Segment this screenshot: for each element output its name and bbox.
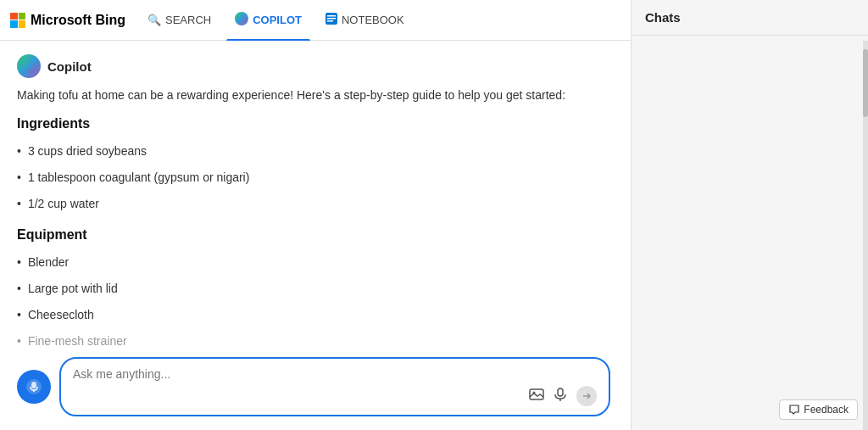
equipment-heading: Equipment (17, 227, 610, 243)
ingredients-heading: Ingredients (17, 116, 610, 131)
input-box[interactable] (59, 357, 610, 416)
svg-rect-12 (530, 389, 543, 399)
chat-input[interactable] (73, 367, 597, 381)
send-button[interactable] (576, 386, 597, 406)
svg-point-8 (21, 59, 36, 74)
list-item: Large pot with lid (17, 276, 610, 302)
feedback-icon (788, 404, 800, 416)
scrollbar[interactable] (863, 41, 868, 430)
mic-avatar[interactable] (17, 370, 51, 404)
image-upload-icon[interactable] (529, 387, 544, 405)
nav-search[interactable]: 🔍 SEARCH (139, 0, 220, 41)
notebook-nav-icon (326, 13, 337, 27)
copilot-header: Copilot (17, 54, 610, 78)
microphone-icon[interactable] (553, 387, 568, 405)
list-item: Blender (17, 249, 610, 276)
search-nav-icon: 🔍 (147, 14, 161, 26)
nav-notebook[interactable]: NOTEBOOK (317, 0, 413, 41)
svg-rect-2 (327, 15, 336, 17)
feedback-button[interactable]: Feedback (779, 399, 858, 420)
copilot-name: Copilot (47, 59, 92, 74)
chats-title: Chats (632, 0, 868, 36)
nav-search-label: SEARCH (165, 14, 211, 26)
svg-rect-3 (327, 18, 336, 20)
nav-copilot-label: COPILOT (253, 14, 302, 26)
input-actions (73, 386, 597, 406)
list-item: 3 cups dried soybeans (17, 138, 610, 165)
bing-logo[interactable]: Microsoft Bing (10, 13, 125, 28)
right-panel: Chats (631, 0, 868, 430)
equipment-list: Blender Large pot with lid Cheesecloth F… (17, 249, 610, 355)
svg-rect-4 (327, 20, 333, 22)
intro-text: Making tofu at home can be a rewarding e… (17, 87, 610, 104)
bottom-input-area (0, 347, 627, 430)
list-item: Cheesecloth (17, 302, 610, 328)
svg-point-10 (31, 382, 36, 388)
microsoft-logo-icon (10, 13, 25, 28)
bing-logo-text: Microsoft Bing (31, 13, 125, 28)
svg-rect-14 (558, 388, 563, 396)
ingredients-list: 3 cups dried soybeans 1 tablespoon coagu… (17, 138, 610, 217)
list-item: 1 tablespoon coagulant (gypsum or nigari… (17, 165, 610, 191)
nav-copilot[interactable]: COPILOT (226, 0, 310, 41)
copilot-avatar (17, 54, 41, 78)
input-row (17, 357, 610, 416)
svg-point-0 (235, 12, 248, 25)
scrollbar-thumb[interactable] (863, 49, 868, 117)
list-item: 1/2 cup water (17, 191, 610, 217)
nav-notebook-label: NOTEBOOK (342, 14, 404, 26)
feedback-label: Feedback (804, 404, 849, 416)
copilot-nav-icon (235, 12, 248, 28)
